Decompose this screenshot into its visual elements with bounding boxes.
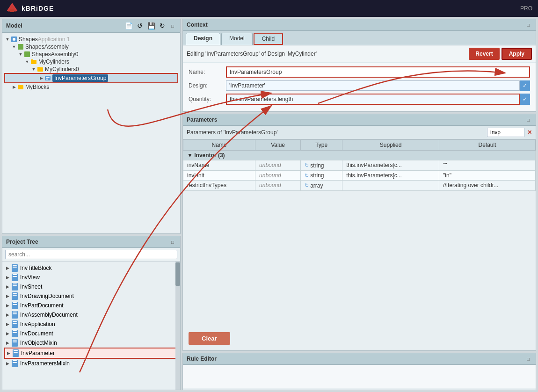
pt-item-inv-parameter[interactable]: ▶ InvParameter xyxy=(4,348,178,359)
rule-editor-content[interactable] xyxy=(183,365,536,388)
pt-item-inv-title-block[interactable]: ▶ InvTitleBlock xyxy=(4,263,178,273)
form-design-edit-btn[interactable]: ✓ xyxy=(520,80,530,91)
model-minimize-btn[interactable]: □ xyxy=(169,22,176,29)
param-value-2[interactable]: unbound xyxy=(255,170,301,181)
tree-item-shapes-assembly[interactable]: ▼ ShapesAssembly xyxy=(4,43,178,51)
assembly-icon-1 xyxy=(17,44,24,50)
params-table-container: Name Value Type Supplied Default ▼ xyxy=(183,139,536,327)
svg-rect-2 xyxy=(10,9,14,12)
model-panel-header: Model 📄 ↺ 💾 ↻ □ xyxy=(2,19,180,33)
logo-text: kBRiDGE xyxy=(22,5,54,12)
tree-label-3: MyCylinders xyxy=(38,58,69,65)
pt-label-inv-object-mixin: InvObjectMixin xyxy=(20,340,57,346)
rule-editor-header: Rule Editor □ xyxy=(183,353,536,365)
table-row[interactable]: invUnit unbound ↻string this.invParamete… xyxy=(183,170,536,181)
parameters-minimize-btn[interactable]: □ xyxy=(524,116,532,123)
svg-rect-10 xyxy=(37,67,40,68)
context-header: Context □ xyxy=(183,19,536,31)
tree-toggle-1[interactable]: ▼ xyxy=(11,44,17,50)
pt-item-inv-drawing-document[interactable]: ▶ InvDrawingDocument xyxy=(4,291,178,301)
params-filter-input[interactable] xyxy=(487,128,524,137)
tree-toggle-5[interactable]: ▶ xyxy=(38,75,44,81)
tree-item-shapes-application[interactable]: ▼ ShapesApplication 1 xyxy=(4,36,178,43)
pt-item-inv-application[interactable]: ▶ InvApplication xyxy=(4,319,178,329)
pt-label-inv-parameter: InvParameter xyxy=(21,350,55,356)
form-label-name: Name: xyxy=(189,69,226,75)
tab-design[interactable]: Design xyxy=(186,33,220,45)
model-icon-1[interactable]: 📄 xyxy=(124,21,133,30)
param-group-inventor: ▼ Inventor (3) xyxy=(183,151,536,160)
pt-item-inv-part-document[interactable]: ▶ InvPartDocument xyxy=(4,301,178,310)
model-panel-title: Model xyxy=(6,22,22,29)
group-icon xyxy=(44,75,51,81)
tree-item-mycylinders0[interactable]: ▼ MyCylinders0 xyxy=(4,65,178,73)
pt-doc-icon-8 xyxy=(11,330,18,337)
scrollbar-thumb[interactable] xyxy=(175,262,180,286)
table-row[interactable]: invName unbound ↻string this.invParamete… xyxy=(183,160,536,171)
params-filter-clear-btn[interactable]: ✕ xyxy=(527,129,532,136)
search-box xyxy=(2,248,180,261)
project-tree-header: Project Tree □ xyxy=(2,236,180,248)
rule-editor-panel: Rule Editor □ xyxy=(182,353,536,390)
pt-item-inv-parameters-mixin[interactable]: ▶ InvParametersMixin xyxy=(4,359,178,368)
table-row[interactable]: restrictInvTypes unbound ↻array //Iterat… xyxy=(183,181,536,191)
tab-model[interactable]: Model xyxy=(221,33,253,45)
form-input-design[interactable] xyxy=(226,80,520,91)
project-tree-panel: Project Tree □ ▶ InvTitleBlock ▶ xyxy=(2,236,181,390)
form-quantity-field: ✓ xyxy=(226,94,530,105)
svg-rect-8 xyxy=(31,59,33,61)
svg-point-4 xyxy=(13,38,15,41)
editing-label-row: Editing 'InvParametersGroup' of Design '… xyxy=(183,45,536,63)
form-quantity-edit-btn[interactable]: ✓ xyxy=(520,94,530,105)
tree-toggle-2[interactable]: ▼ xyxy=(17,51,24,58)
tree-toggle-6[interactable]: ▶ xyxy=(11,84,17,90)
tree-item-shapes-assembly0[interactable]: ▼ ShapesAssembly0 xyxy=(4,51,178,58)
scrollbar-track[interactable] xyxy=(175,261,180,390)
project-tree-minimize-btn[interactable]: □ xyxy=(169,238,176,246)
pt-label-inv-title-block: InvTitleBlock xyxy=(20,265,52,271)
revert-button[interactable]: Revert xyxy=(469,48,499,60)
param-supplied-1[interactable]: this.invParameters[c... xyxy=(342,160,439,171)
assembly-icon-2 xyxy=(24,51,30,58)
header-pro-label: PRO xyxy=(520,5,532,12)
param-supplied-3[interactable] xyxy=(342,181,439,191)
tree-item-mycylinders[interactable]: ▼ MyCylinders xyxy=(4,58,178,65)
param-value-3[interactable]: unbound xyxy=(255,181,301,191)
model-icon-2[interactable]: ↺ xyxy=(135,21,145,30)
rule-editor-minimize-btn[interactable]: □ xyxy=(524,355,532,363)
group-toggle[interactable]: ▼ xyxy=(187,152,193,159)
tree-toggle-3[interactable]: ▼ xyxy=(24,58,30,65)
pt-doc-icon-10 xyxy=(12,349,19,357)
param-value-1[interactable]: unbound xyxy=(255,160,301,171)
pt-item-inv-view[interactable]: ▶ InvView xyxy=(4,273,178,282)
pt-item-inv-assembly-document[interactable]: ▶ InvAssemblyDocument xyxy=(4,310,178,319)
tree-item-inv-parameters-group[interactable]: ▶ InvParametersGroup xyxy=(4,73,178,83)
col-header-type: Type xyxy=(301,140,342,151)
form-input-quantity[interactable] xyxy=(226,94,520,105)
model-icon-4[interactable]: ↻ xyxy=(158,21,167,30)
tab-bar: Design Model Child xyxy=(183,31,536,45)
tree-label-6: MyBlocks xyxy=(25,84,49,90)
apply-button[interactable]: Apply xyxy=(502,48,532,60)
param-default-2: "in" xyxy=(439,170,536,181)
svg-rect-5 xyxy=(18,44,23,50)
tree-toggle-0[interactable]: ▼ xyxy=(4,36,11,43)
pt-item-inv-sheet[interactable]: ▶ InvSheet xyxy=(4,282,178,291)
pt-doc-icon-11 xyxy=(11,360,18,367)
tree-item-myblocks[interactable]: ▶ MyBlocks xyxy=(4,83,178,91)
search-input[interactable] xyxy=(5,250,177,259)
context-minimize-btn[interactable]: □ xyxy=(524,21,532,29)
form-input-name[interactable] xyxy=(226,66,530,78)
tab-child[interactable]: Child xyxy=(254,33,283,45)
param-supplied-2[interactable]: this.invParameters[c... xyxy=(342,170,439,181)
model-icon-3[interactable]: 💾 xyxy=(146,21,156,30)
param-type-3: ↻array xyxy=(301,181,342,191)
parameters-header: Parameters □ xyxy=(183,114,536,126)
pt-item-inv-object-mixin[interactable]: ▶ InvObjectMixin xyxy=(4,338,178,348)
form-row-quantity: Quantity: ✓ xyxy=(189,94,530,105)
params-subheader: Parameters of 'InvParametersGroup' ✕ xyxy=(183,126,536,139)
pt-doc-icon-7 xyxy=(11,320,18,328)
tree-toggle-4[interactable]: ▼ xyxy=(30,66,37,73)
pt-item-inv-document[interactable]: ▶ InvDocument xyxy=(4,329,178,338)
clear-button[interactable]: Clear xyxy=(189,332,230,345)
